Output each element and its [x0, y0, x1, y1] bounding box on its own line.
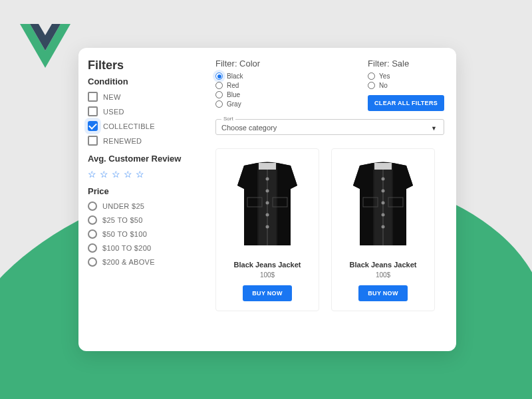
star-rating[interactable]: ☆ ☆ ☆ ☆ ☆: [88, 169, 202, 180]
clear-all-filters-button[interactable]: CLEAR ALL FILTERS: [368, 95, 444, 111]
radio-label: Red: [227, 82, 239, 89]
radio-icon: [368, 72, 375, 80]
radio-label: UNDER $25: [102, 202, 144, 210]
svg-point-4: [266, 190, 269, 193]
color-option-black[interactable]: Black: [215, 72, 260, 80]
svg-rect-0: [259, 163, 276, 170]
color-option-red[interactable]: Red: [215, 82, 260, 89]
condition-option-new[interactable]: NEW: [88, 92, 202, 102]
price-option-under-25[interactable]: UNDER $25: [88, 201, 202, 211]
radio-label: Yes: [379, 72, 390, 80]
filters-title: Filters: [88, 59, 202, 72]
product-name: Black Jeans Jacket: [234, 261, 301, 269]
filter-sale-group: Filter: Sale Yes No CLEAR ALL FILTERS: [368, 59, 444, 111]
filter-color-group: Filter: Color Black Red Blue Gray: [215, 59, 260, 110]
radio-label: Gray: [227, 100, 241, 108]
svg-point-16: [382, 213, 385, 217]
vue-logo: [20, 24, 70, 70]
radio-icon: [215, 82, 223, 89]
product-price: 100$: [260, 271, 275, 279]
star-icon[interactable]: ☆: [100, 169, 108, 180]
review-heading: Avg. Customer Review: [88, 154, 202, 164]
sale-option-no[interactable]: No: [368, 82, 444, 89]
checkbox-icon: [88, 106, 98, 116]
star-icon[interactable]: ☆: [124, 169, 132, 180]
checkbox-label: COLLECTIBLE: [103, 122, 155, 130]
svg-point-5: [266, 201, 269, 205]
radio-icon: [88, 215, 97, 225]
radio-label: Black: [227, 72, 243, 80]
svg-point-6: [266, 213, 269, 217]
product-card: Black Jeans Jacket 100$ BUY NOW: [331, 148, 435, 311]
radio-label: $100 TO $200: [102, 244, 152, 252]
svg-point-15: [382, 201, 385, 205]
checkbox-label: USED: [103, 108, 124, 116]
filter-color-heading: Filter: Color: [215, 59, 260, 68]
checkbox-label: NEW: [103, 93, 121, 101]
radio-icon: [88, 201, 97, 211]
sort-label: Sort: [221, 116, 235, 122]
checkbox-checked-icon: [88, 121, 98, 131]
price-option-25-50[interactable]: $25 TO $50: [88, 215, 202, 225]
filter-sale-heading: Filter: Sale: [368, 59, 444, 68]
svg-point-3: [266, 178, 269, 181]
radio-label: $25 TO $50: [102, 216, 143, 224]
svg-point-7: [266, 225, 269, 229]
checkbox-icon: [88, 92, 98, 102]
svg-point-14: [382, 190, 385, 193]
product-image: [224, 157, 311, 254]
svg-point-17: [382, 225, 385, 229]
price-option-200-above[interactable]: $200 & ABOVE: [88, 257, 202, 267]
buy-now-button[interactable]: BUY NOW: [358, 285, 407, 301]
checkbox-icon: [88, 136, 98, 146]
radio-label: Blue: [227, 91, 240, 98]
filter-panel-card: Filters Condition NEW USED COLLECTIBLE R…: [78, 48, 456, 351]
sort-select[interactable]: Choose category: [221, 124, 438, 132]
product-card: Black Jeans Jacket 100$ BUY NOW: [215, 148, 319, 311]
star-icon[interactable]: ☆: [88, 169, 96, 180]
condition-heading: Condition: [88, 76, 202, 86]
price-heading: Price: [88, 186, 202, 196]
product-price: 100$: [376, 271, 390, 279]
star-icon[interactable]: ☆: [136, 169, 144, 180]
radio-label: No: [379, 82, 388, 89]
radio-icon: [88, 257, 97, 267]
star-icon[interactable]: ☆: [112, 169, 120, 180]
color-option-gray[interactable]: Gray: [215, 100, 260, 108]
color-option-blue[interactable]: Blue: [215, 91, 260, 98]
product-image: [340, 157, 426, 254]
product-name: Black Jeans Jacket: [350, 261, 417, 269]
sidebar: Filters Condition NEW USED COLLECTIBLE R…: [78, 48, 211, 351]
sort-select-wrap[interactable]: Sort Choose category: [215, 119, 444, 135]
condition-option-renewed[interactable]: RENEWED: [88, 136, 202, 146]
radio-icon: [215, 100, 223, 108]
svg-rect-10: [374, 163, 392, 170]
product-grid: Black Jeans Jacket 100$ BUY NOW: [215, 148, 444, 311]
radio-icon: [368, 82, 375, 89]
price-option-50-100[interactable]: $50 TO $100: [88, 229, 202, 239]
radio-label: $50 TO $100: [102, 230, 147, 238]
radio-icon: [215, 91, 223, 98]
svg-point-13: [382, 178, 385, 181]
condition-option-collectible[interactable]: COLLECTIBLE: [88, 121, 202, 131]
buy-now-button[interactable]: BUY NOW: [243, 285, 291, 301]
radio-label: $200 & ABOVE: [102, 258, 155, 266]
condition-option-used[interactable]: USED: [88, 106, 202, 116]
sale-option-yes[interactable]: Yes: [368, 72, 444, 80]
radio-checked-icon: [215, 72, 223, 80]
main-content: Filter: Color Black Red Blue Gray: [211, 48, 456, 351]
checkbox-label: RENEWED: [103, 137, 142, 145]
price-option-100-200[interactable]: $100 TO $200: [88, 243, 202, 253]
radio-icon: [88, 229, 97, 239]
radio-icon: [88, 243, 97, 253]
